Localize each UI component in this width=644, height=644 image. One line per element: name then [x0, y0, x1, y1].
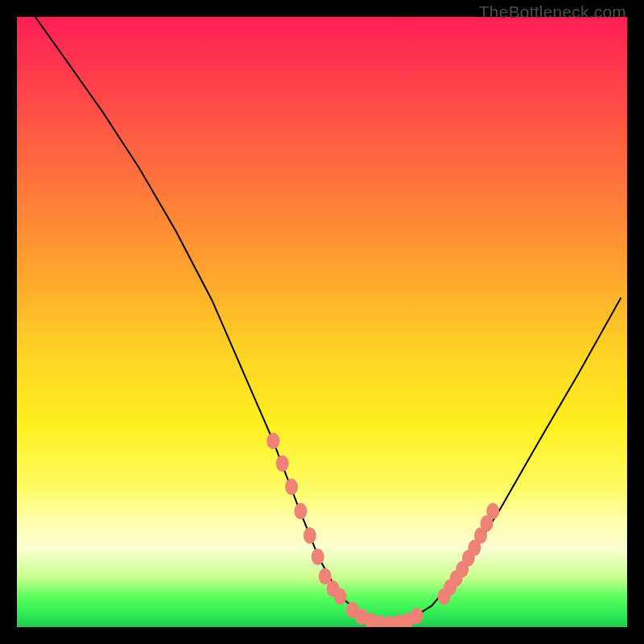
curve-marker — [276, 456, 289, 472]
curve-marker — [285, 478, 298, 494]
chart-frame: TheBottleneck.com — [0, 0, 644, 644]
curve-marker — [303, 527, 316, 543]
curve-marker — [312, 549, 324, 565]
curve-markers — [266, 433, 499, 627]
curve-layer — [17, 17, 627, 627]
curve-line — [35, 17, 621, 624]
curve-marker — [295, 503, 308, 519]
watermark-text: TheBottleneck.com — [479, 2, 626, 22]
plot-area — [17, 17, 627, 627]
curve-path — [35, 17, 621, 624]
curve-marker — [486, 503, 499, 519]
curve-marker — [411, 608, 423, 624]
curve-marker — [334, 588, 347, 605]
curve-marker — [266, 433, 279, 449]
